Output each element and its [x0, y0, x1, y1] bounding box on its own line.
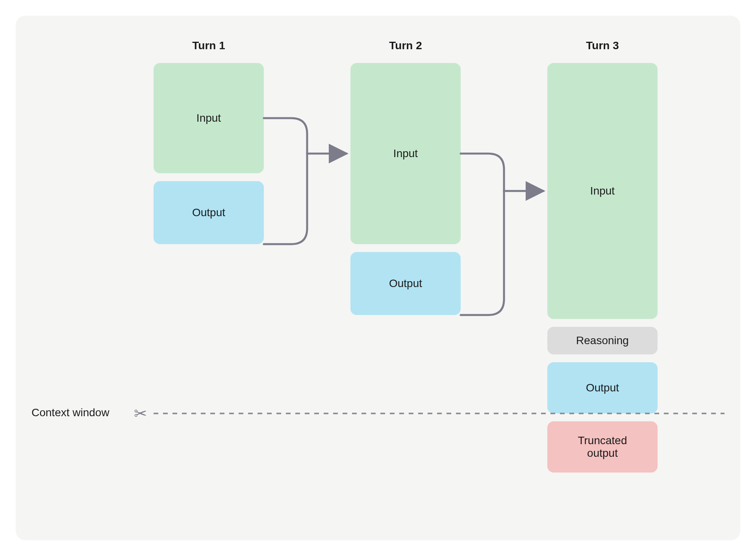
turn3-truncated-output-block: Truncated output — [547, 421, 658, 473]
turn2-header: Turn 2 — [350, 39, 461, 52]
turn1-input-block: Input — [154, 63, 264, 173]
arrow-turn2-to-turn3 — [461, 154, 543, 315]
turn3-output-block: Output — [547, 362, 658, 413]
scissors-icon: ✂ — [134, 406, 147, 421]
arrow-turn1-to-turn2 — [264, 118, 346, 244]
turn3-header: Turn 3 — [547, 39, 658, 52]
turn2-output-block: Output — [350, 252, 461, 315]
turn1-header: Turn 1 — [154, 39, 264, 52]
turn3-input-block: Input — [547, 63, 658, 319]
context-window-label: Context window — [32, 406, 109, 419]
turn3-reasoning-block: Reasoning — [547, 327, 658, 354]
diagram-canvas: Turn 1 Turn 2 Turn 3 Input Output Input … — [16, 16, 740, 540]
turn1-output-block: Output — [154, 181, 264, 244]
turn2-input-block: Input — [350, 63, 461, 244]
